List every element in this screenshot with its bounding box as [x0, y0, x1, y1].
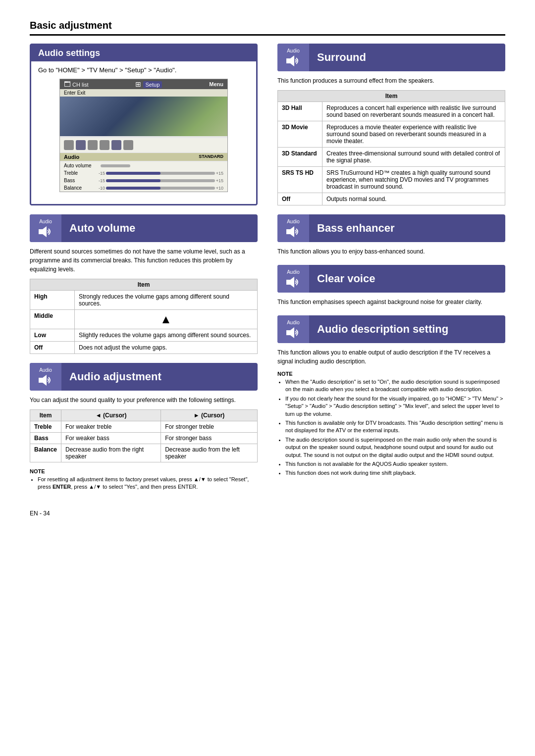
- menu-icon-5: [111, 140, 121, 150]
- audio-adjustment-title-box: Audio adjustment: [61, 366, 258, 387]
- right-column: Audio Surround This function produces a …: [277, 44, 505, 486]
- svg-marker-3: [286, 226, 294, 237]
- svg-marker-0: [39, 226, 47, 237]
- surround-row: SRS TS HDSRS TruSurround HD™ creates a h…: [278, 167, 505, 193]
- surround-row: 3D StandardCreates three-dimensional sur…: [278, 148, 505, 167]
- auto-volume-row: Middle▲: [30, 310, 258, 329]
- auto-volume-table-header: Item: [30, 279, 258, 291]
- auto-volume-description: Different sound sources sometimes do not…: [30, 247, 258, 274]
- surround-row: 3D HallReproduces a concert hall experie…: [278, 102, 505, 121]
- surround-row: 3D MovieReproduces a movie theater exper…: [278, 121, 505, 148]
- surround-item-name: Off: [278, 193, 322, 205]
- page-container: Basic adjustment Audio settings Go to "H…: [30, 20, 505, 517]
- adj-item-left: For weaker bass: [61, 433, 161, 444]
- adj-col-right: ► (Cursor): [161, 410, 258, 421]
- surround-item-desc: SRS TruSurround HD™ creates a high quali…: [322, 167, 505, 193]
- auto-volume-item-desc: ▲: [75, 310, 258, 329]
- auto-volume-section: Audio Auto volume Different sound source…: [30, 214, 258, 354]
- bass-enhancer-title-box: Bass enhancer: [309, 218, 505, 239]
- thumbnail-image: [60, 97, 227, 136]
- audio-adjustment-section: Audio Audio adjustment You can adjust th…: [30, 363, 258, 491]
- audio-description-note-item: This function is available only for DTV …: [285, 419, 505, 435]
- balance-fill: [106, 187, 160, 190]
- treble-bar: [106, 172, 215, 175]
- bass-bar: [106, 179, 215, 182]
- surround-item-desc: Outputs normal sound.: [322, 193, 505, 205]
- audio-description-note-item: The audio description sound is superimpo…: [285, 436, 505, 459]
- auto-volume-row: HighStrongly reduces the volume gaps amo…: [30, 291, 258, 310]
- surround-row: OffOutputs normal sound.: [278, 193, 505, 205]
- audio-description-notes-list: When the "Audio description" is set to "…: [285, 378, 505, 477]
- audio-description-icon-box: Audio: [277, 315, 309, 343]
- audio-description-title-box: Audio description setting: [309, 319, 505, 340]
- bass-fill: [106, 179, 160, 182]
- audio-adjustment-description: You can adjust the sound quality to your…: [30, 396, 258, 404]
- adj-item-name: Bass: [30, 433, 61, 444]
- audio-adjustment-table: Item ◄ (Cursor) ► (Cursor) TrebleFor wea…: [30, 409, 258, 462]
- bass-enhancer-section: Audio Bass enhancer This function allows…: [277, 214, 505, 256]
- audio-adjustment-row: BassFor weaker bassFor stronger bass: [30, 433, 258, 444]
- audio-adjustment-row: TrebleFor weaker trebleFor stronger treb…: [30, 421, 258, 433]
- balance-bar: [106, 187, 215, 190]
- audio-adjustment-notes-list: For resetting all adjustment items to fa…: [38, 476, 258, 491]
- setup-label: ⊞ Setup: [135, 80, 162, 88]
- audio-adjustment-note: NOTE For resetting all adjustment items …: [30, 468, 258, 491]
- bass-enhancer-icon-box: Audio: [277, 214, 309, 242]
- auto-volume-item-desc: Strongly reduces the volume gaps among d…: [75, 291, 258, 310]
- audio-description-section: Audio Audio description setting This fun…: [277, 315, 505, 477]
- page-footer: EN - 34: [30, 510, 505, 517]
- surround-item-desc: Reproduces a movie theater experience wi…: [322, 121, 505, 148]
- surround-item-desc: Creates three-dimensional surround sound…: [322, 148, 505, 167]
- auto-volume-item-desc: Does not adjust the volume gaps.: [75, 342, 258, 354]
- speaker-icon-audio-description: [285, 326, 301, 339]
- auto-volume-item-desc: Slightly reduces the volume gaps among d…: [75, 329, 258, 342]
- speaker-icon-bass-enhancer: [285, 225, 301, 238]
- main-layout: Audio settings Go to "HOME" > "TV Menu" …: [30, 44, 505, 500]
- adj-item-left: Decrease audio from the right speaker: [61, 444, 161, 462]
- audio-description-note-item: When the "Audio description" is set to "…: [285, 378, 505, 394]
- clear-voice-description: This function emphasises speech against …: [277, 298, 505, 306]
- svg-marker-4: [286, 277, 294, 288]
- menu-bass-row: Bass -15 +15: [60, 177, 227, 184]
- adj-item-right: For stronger bass: [161, 433, 258, 444]
- audio-adjustment-row: BalanceDecrease audio from the right spe…: [30, 444, 258, 462]
- auto-volume-item-name: Middle: [30, 310, 75, 329]
- auto-volume-item-name: Off: [30, 342, 75, 354]
- surround-item-name: SRS TS HD: [278, 167, 322, 193]
- bass-enhancer-header: Audio Bass enhancer: [277, 214, 505, 242]
- adj-item-name: Balance: [30, 444, 61, 462]
- audio-settings-content: Go to "HOME" > "TV Menu" > "Setup" > "Au…: [31, 61, 256, 204]
- surround-table: Item 3D HallReproduces a concert hall ex…: [277, 90, 505, 205]
- auto-volume-table: Item HighStrongly reduces the volume gap…: [30, 279, 258, 354]
- menu-icon-1: [64, 140, 74, 150]
- audio-description-description: This function allows you to enable outpu…: [277, 348, 505, 366]
- auto-volume-row: OffDoes not adjust the volume gaps.: [30, 342, 258, 354]
- menu-treble-row: Treble -15 +15: [60, 169, 227, 177]
- audio-adjustment-icon-box: Audio: [30, 363, 61, 391]
- menu-icons-row: [60, 138, 227, 152]
- svg-marker-1: [39, 375, 47, 386]
- menu-icon-6: [123, 140, 133, 150]
- surround-section: Audio Surround This function produces a …: [277, 44, 505, 205]
- surround-description: This function produces a surround effect…: [277, 76, 505, 85]
- clear-voice-header: Audio Clear voice: [277, 265, 505, 293]
- bass-enhancer-description: This function allows you to enjoy bass-e…: [277, 247, 505, 256]
- clear-voice-section: Audio Clear voice This function emphasis…: [277, 265, 505, 306]
- adj-item-right: For stronger treble: [161, 421, 258, 433]
- menu-top-bar: 🗔 CH list ⊞ Setup Menu: [60, 79, 227, 89]
- menu-screenshot: 🗔 CH list ⊞ Setup Menu Enter Exit: [59, 79, 228, 192]
- surround-item-name: 3D Hall: [278, 102, 322, 121]
- menu-balance-row: Balance -10 +10: [60, 184, 227, 192]
- menu-audio-section: Audio STANDARD: [60, 153, 227, 161]
- surround-item-desc: Reproduces a concert hall experience wit…: [322, 102, 505, 121]
- audio-adjustment-note-item: For resetting all adjustment items to fa…: [38, 476, 258, 491]
- surround-table-header: Item: [278, 91, 505, 102]
- audio-description-note-item: This function is not available for the A…: [285, 460, 505, 468]
- audio-adjustment-header: Audio Audio adjustment: [30, 363, 258, 391]
- auto-volume-header: Audio Auto volume: [30, 214, 258, 242]
- adj-item-name: Treble: [30, 421, 61, 433]
- menu-icon-3: [88, 140, 98, 150]
- audio-settings-box: Audio settings Go to "HOME" > "TV Menu" …: [30, 44, 258, 205]
- audio-description-note-item: If you do not clearly hear the sound for…: [285, 395, 505, 418]
- audio-description-header: Audio Audio description setting: [277, 315, 505, 343]
